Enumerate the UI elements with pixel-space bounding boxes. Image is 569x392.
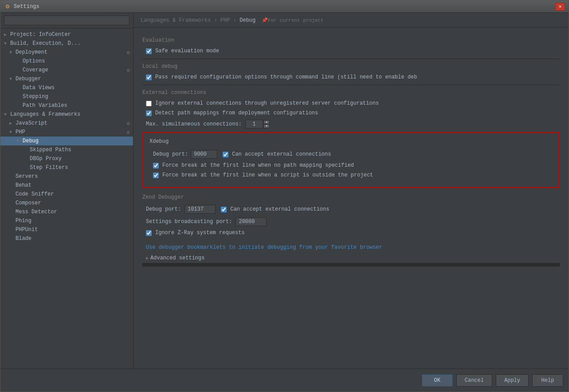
sidebar-item-label: Composer [16, 200, 129, 206]
arrow-icon [4, 112, 10, 117]
xdebug-accept-row: Can accept external connections [217, 151, 331, 157]
window-title: Settings [14, 4, 555, 10]
sidebar-item-project[interactable]: Project: InfoCenter [0, 30, 133, 39]
breadcrumb-sep1: › [214, 17, 220, 24]
sidebar-item-label: Debug [23, 138, 129, 144]
sidebar-item-dbgpproxy[interactable]: DBGp Proxy [0, 154, 133, 163]
pass-required-checkbox[interactable] [146, 74, 152, 80]
advanced-settings-row[interactable]: ▶ Advanced settings [142, 255, 560, 261]
arrow-icon [9, 50, 16, 55]
breadcrumb-part3: Debug [239, 17, 255, 24]
sidebar: Project: InfoCenter Build, Execution, D.… [0, 13, 133, 368]
zend-accept-checkbox[interactable] [221, 207, 227, 212]
sidebar-item-servers[interactable]: Servers [0, 172, 133, 181]
zend-port-row: Debug port: Can accept external connecti… [142, 205, 560, 214]
zend-broadcast-label: Settings broadcasting port: [146, 219, 232, 225]
zend-accept-row: Can accept external connections [221, 206, 329, 212]
advanced-label: Advanced settings [150, 255, 204, 261]
xdebug-section: Xdebug Debug port: Can accept external c… [142, 132, 560, 188]
search-input[interactable] [4, 16, 129, 25]
sidebar-item-composer[interactable]: Composer [0, 199, 133, 208]
sidebar-item-debugger[interactable]: Debugger [0, 74, 133, 83]
sidebar-item-php[interactable]: PHP ⚙ [0, 128, 133, 137]
safe-eval-label[interactable]: Safe evaluation mode [155, 48, 219, 54]
arrow-icon [4, 41, 10, 46]
sidebar-item-dataviews[interactable]: Data Views [0, 83, 133, 92]
detect-path-checkbox[interactable] [146, 110, 152, 116]
breadcrumb-part2: PHP [220, 17, 230, 24]
arrow-icon [9, 77, 16, 82]
sidebar-item-label: Servers [16, 173, 129, 180]
sidebar-item-blade[interactable]: Blade [0, 234, 133, 243]
safe-eval-checkbox[interactable] [146, 48, 152, 54]
sidebar-item-languages[interactable]: Languages & Frameworks [0, 110, 133, 119]
ignore-external-row: Ignore external connections through unre… [142, 100, 560, 106]
sidebar-item-label: Languages & Frameworks [10, 111, 129, 118]
app-icon: ⚙ [4, 3, 11, 10]
ok-button[interactable]: OK [422, 374, 453, 387]
pass-required-label[interactable]: Pass required configuration options thro… [155, 74, 417, 80]
content-area: Project: InfoCenter Build, Execution, D.… [0, 13, 569, 368]
spinner-down[interactable]: ▼ [263, 124, 270, 128]
sidebar-item-behat[interactable]: Behat [0, 181, 133, 190]
close-button[interactable]: ✕ [555, 3, 565, 11]
sidebar-item-javascript[interactable]: JavaScript ⚙ [0, 119, 133, 128]
arrow-icon [9, 130, 16, 135]
xdebug-title: Xdebug [149, 138, 553, 145]
sidebar-item-label: Step Filters [30, 165, 129, 171]
sidebar-item-deployment[interactable]: Deployment ⚙ [0, 48, 133, 57]
xdebug-port-input[interactable] [191, 150, 217, 159]
zend-ignore-label[interactable]: Ignore Z-Ray system requests [155, 230, 245, 236]
xdebug-accept-checkbox[interactable] [223, 152, 228, 157]
help-button[interactable]: Help [532, 374, 563, 387]
tree: Project: InfoCenter Build, Execution, D.… [0, 28, 133, 368]
max-conn-row: Max. simultaneous connections: ▲ ▼ [142, 120, 560, 129]
sidebar-item-build[interactable]: Build, Execution, D... [0, 39, 133, 48]
zend-accept-label[interactable]: Can accept external connections [230, 206, 329, 212]
xdebug-accept-label[interactable]: Can accept external connections [232, 151, 331, 157]
max-conn-input[interactable] [245, 120, 263, 129]
local-debug-section-label: Local debug [142, 63, 560, 70]
sidebar-item-label: Skipped Paths [30, 147, 129, 153]
sidebar-item-messdetector[interactable]: Mess Detector [0, 208, 133, 216]
zend-ignore-row: Ignore Z-Ray system requests [142, 230, 560, 236]
gear-icon: ⚙ [126, 129, 129, 135]
sidebar-item-label: Options [23, 58, 129, 64]
divider2 [142, 85, 560, 85]
xdebug-force2-checkbox[interactable] [153, 172, 159, 178]
arrow-icon [4, 32, 10, 37]
xdebug-force1-checkbox[interactable] [153, 163, 159, 169]
sidebar-item-skippedpaths[interactable]: Skipped Paths [0, 145, 133, 154]
sidebar-item-coverage[interactable]: Coverage ⚙ [0, 66, 133, 74]
xdebug-port-label: Debug port: [153, 151, 188, 157]
sidebar-item-pathvariables[interactable]: Path Variables [0, 101, 133, 110]
sidebar-item-stepfilters[interactable]: Step Filters [0, 163, 133, 172]
max-conn-spinner[interactable]: ▲ ▼ [245, 120, 270, 129]
xdebug-force2-label[interactable]: Force break at the first line when a scr… [162, 172, 373, 178]
sidebar-item-phing[interactable]: Phing [0, 216, 133, 225]
breadcrumb-part1: Languages & Frameworks [141, 17, 211, 24]
gear-icon: ⚙ [126, 50, 129, 55]
cancel-button[interactable]: Cancel [456, 374, 492, 387]
ignore-external-checkbox[interactable] [146, 101, 152, 106]
evaluation-section-label: Evaluation [142, 37, 560, 43]
breadcrumb: Languages & Frameworks › PHP › Debug 📌Fo… [133, 13, 569, 27]
zend-section-label: Zend Debugger [142, 194, 560, 200]
zend-port-input[interactable] [184, 205, 216, 214]
external-conn-label: External connections [142, 90, 560, 96]
sidebar-item-codesniffer[interactable]: Code Sniffer [0, 190, 133, 199]
zend-ignore-checkbox[interactable] [146, 230, 152, 236]
sidebar-item-debug[interactable]: Debug [0, 137, 133, 145]
xdebug-force1-label[interactable]: Force break at the first line when no pa… [162, 162, 354, 169]
detect-path-label[interactable]: Detect path mappings from deployment con… [155, 110, 318, 116]
zend-broadcast-input[interactable] [235, 217, 267, 226]
sidebar-item-stepping[interactable]: Stepping [0, 92, 133, 101]
main-content: Languages & Frameworks › PHP › Debug 📌Fo… [133, 13, 569, 368]
ignore-external-label[interactable]: Ignore external connections through unre… [155, 100, 379, 106]
spinner-up[interactable]: ▲ [263, 120, 270, 124]
apply-button[interactable]: Apply [496, 374, 529, 387]
sidebar-item-label: Behat [16, 182, 129, 188]
sidebar-item-options[interactable]: Options [0, 57, 133, 66]
sidebar-item-phpunit[interactable]: PHPUnit [0, 225, 133, 234]
bookmarklets-link[interactable]: Use debugger bookmarklets to initiate de… [142, 244, 382, 251]
